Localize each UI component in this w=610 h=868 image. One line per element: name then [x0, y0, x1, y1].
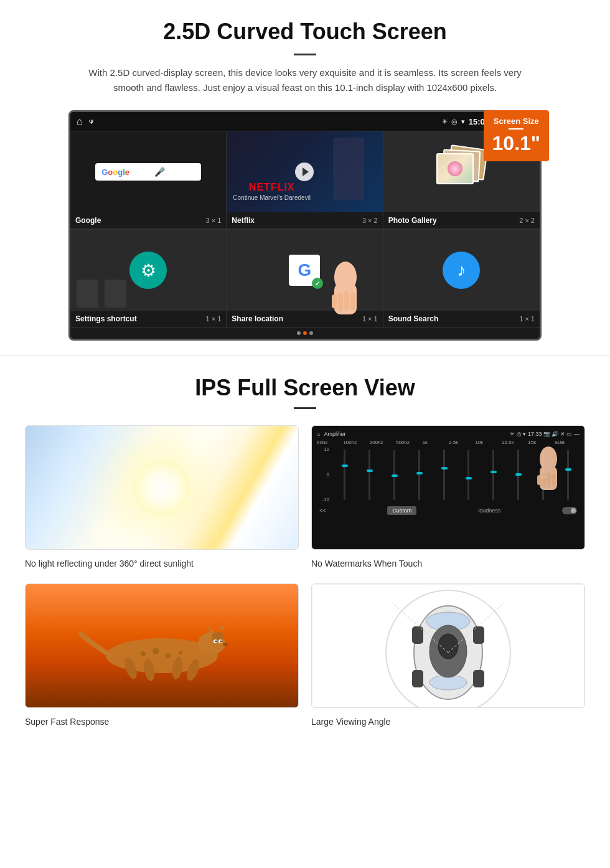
eq-track-2	[368, 450, 370, 500]
gallery-app-size: 2 × 2	[519, 217, 535, 224]
freq-10k: 10k	[475, 440, 500, 445]
custom-btn: Custom	[387, 506, 416, 515]
google-app-size: 3 × 1	[206, 217, 222, 224]
status-bar: ⌂ ᴪ ✳ ◎ ▾ 15:06 📷 🔊 ✕ ▭	[70, 112, 540, 131]
amp-header: ⌂ Amplifier ✳ ◎ ▾ 17:33 📷 🔊 ✕ ▭ —	[317, 431, 580, 437]
dot-2-active	[303, 331, 307, 335]
eq-handle-2	[367, 469, 373, 472]
indicator-dots	[70, 328, 540, 339]
mic-icon: 🎤	[154, 167, 165, 177]
cheetah-svg	[68, 609, 255, 684]
sunlight-bg	[26, 426, 298, 550]
google-app-label: Google 3 × 1	[70, 212, 226, 229]
eq-bars-container: 10 0 -10	[317, 446, 580, 502]
page: 2.5D Curved Touch Screen With 2.5D curve…	[0, 0, 610, 742]
eq-handle-7	[490, 471, 497, 473]
app-grid-row2: ⚙ Settings shortcut 1 × 1 G	[70, 229, 540, 328]
maps-check: ✓	[315, 280, 320, 287]
freq-2k5: 2.5k	[449, 440, 474, 445]
fast-label: Super Fast Response	[25, 714, 299, 729]
netflix-app-size: 3 × 2	[362, 217, 378, 224]
device-mockup: Screen Size 10.1" ⌂ ᴪ ✳ ◎ ▾ 15:06 📷 🔊	[68, 110, 542, 341]
section1-description: With 2.5D curved-display screen, this de…	[87, 65, 523, 95]
eq-track-7	[492, 450, 494, 500]
section-curved-screen: 2.5D Curved Touch Screen With 2.5D curve…	[0, 0, 610, 356]
flower-icon	[448, 161, 462, 176]
device-screen: ⌂ ᴪ ✳ ◎ ▾ 15:06 📷 🔊 ✕ ▭	[68, 110, 542, 341]
amp-icons: ✳ ◎ ▾ 17:33 📷 🔊 ✕ ▭ —	[510, 431, 580, 437]
sound-app-name: Sound Search	[388, 314, 439, 323]
google-search-bar[interactable]: Google 🎤	[95, 163, 201, 181]
feature-viewing: Large Viewing Angle	[311, 583, 585, 729]
amp-footer: << Custom loudness	[317, 505, 580, 516]
svg-point-18	[166, 653, 171, 658]
section-ips: IPS Full Screen View No light reflecting…	[0, 356, 610, 742]
svg-point-29	[223, 643, 228, 646]
section2-underline	[294, 407, 316, 409]
scale-10: 10	[317, 446, 329, 452]
share-app-label: Share location 1 × 1	[227, 311, 382, 327]
freq-100: 100hz	[343, 440, 368, 445]
svg-rect-5	[332, 295, 337, 308]
svg-marker-15	[207, 626, 215, 633]
g-letter-o2: o	[113, 167, 118, 177]
netflix-app-name: Netflix	[232, 216, 255, 225]
eq-handle-5	[441, 467, 448, 469]
usb-icon: ᴪ	[89, 117, 93, 126]
cheetah-image	[25, 583, 299, 708]
app-cell-settings: ⚙ Settings shortcut 1 × 1	[70, 230, 227, 328]
amp-prev-icon: <<	[319, 507, 326, 514]
netflix-play-button[interactable]	[295, 163, 314, 181]
viewing-label: Large Viewing Angle	[311, 714, 585, 729]
eq-track-4	[418, 450, 420, 500]
settings-ghost	[77, 280, 126, 308]
sunlight-label: No light reflecting under 360° direct su…	[25, 556, 299, 571]
svg-point-14	[212, 632, 224, 642]
watermarks-label: No Watermarks When Touch	[311, 556, 585, 571]
cheetah-bg	[26, 584, 298, 708]
gear-icon: ⚙	[141, 260, 156, 281]
eq-bar-4	[408, 446, 431, 502]
eq-handle-1	[342, 465, 348, 467]
eq-handle-4	[416, 472, 423, 474]
amp-title: Amplifier	[324, 431, 345, 437]
eq-bar-1	[333, 446, 356, 502]
freq-60: 60hz	[317, 440, 342, 445]
settings-app-label: Settings shortcut 1 × 1	[70, 311, 226, 327]
eq-track-1	[344, 450, 345, 500]
google-app-name: Google	[75, 216, 101, 225]
app-cell-google: Google 🎤 Google 3 × 1	[70, 131, 227, 229]
title-underline	[294, 54, 316, 55]
svg-point-27	[215, 641, 217, 643]
share-app-size: 1 × 1	[362, 315, 378, 323]
loudness-toggle[interactable]	[562, 507, 577, 514]
settings-thumb: ⚙	[70, 230, 226, 311]
maps-g-letter: G	[298, 260, 312, 280]
svg-point-20	[179, 651, 182, 654]
svg-point-19	[141, 651, 146, 656]
eq-bar-7	[482, 446, 505, 502]
svg-point-0	[334, 262, 357, 293]
sound-app-label: Sound Search 1 × 1	[383, 311, 540, 327]
sun-glow	[134, 460, 190, 516]
netflix-overlay: NETFLIX Continue Marvel's Daredevil	[233, 182, 311, 201]
amplifier-image: ⌂ Amplifier ✳ ◎ ▾ 17:33 📷 🔊 ✕ ▭ — 60hz 1…	[311, 425, 585, 550]
gallery-app-name: Photo Gallery	[388, 216, 437, 225]
svg-rect-9	[547, 473, 551, 488]
svg-rect-39	[473, 670, 484, 687]
car-image	[311, 583, 585, 708]
google-thumb: Google 🎤	[70, 131, 226, 212]
settings-app-name: Settings shortcut	[75, 314, 137, 323]
eq-bar-3	[383, 446, 406, 502]
features-grid: No light reflecting under 360° direct su…	[25, 425, 585, 729]
location-icon: ◎	[451, 118, 458, 126]
freq-500: 500hz	[396, 440, 421, 445]
sunlight-gradient	[26, 426, 298, 550]
svg-rect-1	[334, 283, 357, 314]
eq-handle-8	[515, 473, 522, 476]
scale-0: 0	[317, 472, 329, 478]
screen-size-badge: Screen Size 10.1"	[484, 110, 549, 161]
daredevil-silhouette	[333, 138, 364, 200]
g-letter-e: e	[125, 167, 129, 177]
feature-fast: Super Fast Response	[25, 583, 299, 729]
